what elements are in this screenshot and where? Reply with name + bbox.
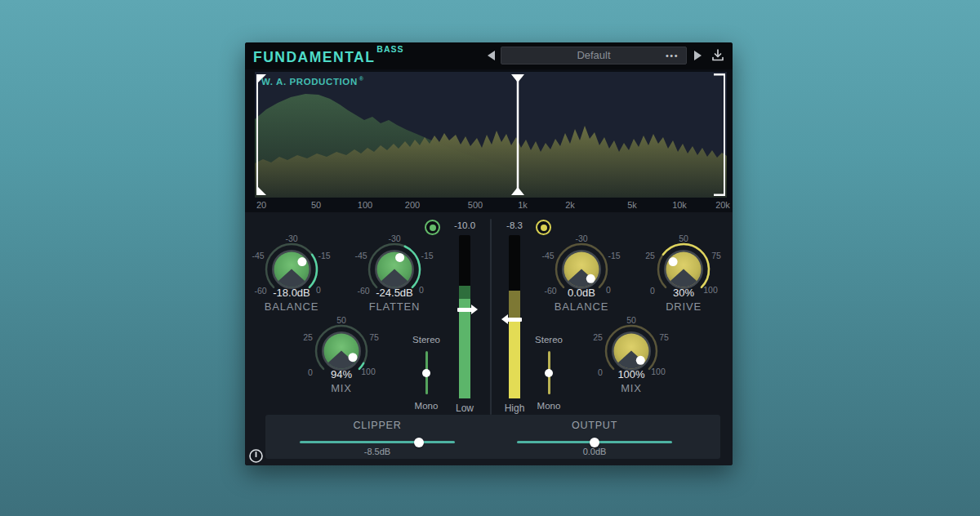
spectrum-display: W. A. PRODUCTION® bbox=[255, 72, 727, 198]
knob-indicator-dot bbox=[395, 253, 404, 262]
knob-indicator-dot bbox=[349, 353, 358, 362]
knob-scale-label: 50 bbox=[626, 315, 636, 325]
logo-text: FUNDAMENTAL bbox=[253, 49, 375, 66]
freq-tick-label: 200 bbox=[405, 200, 420, 210]
freq-tick-label: 1k bbox=[518, 200, 528, 210]
knob-scale-label: -60 bbox=[254, 286, 266, 296]
knob-scale-label: 75 bbox=[369, 332, 379, 342]
download-icon bbox=[710, 47, 726, 64]
knob-scale-label: 0 bbox=[598, 367, 603, 377]
freq-tick-label: 50 bbox=[311, 200, 321, 210]
mono-label: Mono bbox=[528, 401, 570, 411]
freq-tick-label: 20 bbox=[256, 200, 266, 210]
meter-fill-dim bbox=[509, 291, 520, 321]
output-control: OUTPUT 0.0dB bbox=[517, 418, 672, 456]
low-balance-knob[interactable]: -60-45-30-150-18.0dBBALANCE bbox=[245, 227, 342, 318]
knob-scale-label: 0 bbox=[308, 367, 313, 377]
high-level-fader[interactable] bbox=[507, 318, 522, 322]
high-level-meter[interactable]: -8.3 High bbox=[501, 220, 528, 416]
low-mix-knob[interactable]: 025507510094%MIX bbox=[291, 309, 392, 400]
low-stereo-width-slider[interactable]: Stereo Mono bbox=[413, 335, 439, 416]
knob-scale-label: -15 bbox=[608, 251, 620, 260]
knob-indicator-dot bbox=[669, 257, 678, 266]
meter-fill bbox=[509, 321, 520, 398]
left-arrow-icon bbox=[488, 51, 495, 60]
output-panel: CLIPPER -8.5dB OUTPUT 0.0dB bbox=[265, 415, 720, 459]
header-bar: FUNDAMENTAL BASS Default ••• bbox=[245, 42, 733, 69]
output-value: 0.0dB bbox=[517, 447, 672, 456]
spectrum-canvas bbox=[255, 72, 727, 198]
preset-next-button[interactable] bbox=[692, 49, 703, 62]
knob-scale-label: 100 bbox=[361, 367, 376, 376]
knob-value: -18.0dB bbox=[273, 287, 310, 299]
brand-text: W. A. PRODUCTION bbox=[261, 77, 358, 87]
knob-scale-label: 100 bbox=[703, 285, 718, 295]
high-mix-knob[interactable]: 0255075100100%MIX bbox=[581, 309, 682, 400]
knob-scale-label: 50 bbox=[336, 315, 346, 325]
knob-indicator-dot bbox=[586, 274, 595, 283]
width-slider-thumb[interactable] bbox=[422, 369, 430, 377]
fader-arrow-icon bbox=[471, 305, 478, 314]
output-label: OUTPUT bbox=[517, 420, 672, 431]
knob-scale-label: 75 bbox=[711, 251, 721, 260]
knob-scale-label: -45 bbox=[541, 251, 554, 260]
info-button[interactable] bbox=[248, 448, 264, 464]
band-divider bbox=[490, 219, 492, 415]
meter-fill-dim bbox=[459, 286, 470, 299]
high-balance-knob[interactable]: -60-45-30-1500.0dBBALANCE bbox=[531, 227, 632, 318]
knob-indicator-dot bbox=[636, 356, 645, 365]
clipper-slider[interactable] bbox=[300, 441, 455, 443]
low-level-fader[interactable] bbox=[457, 308, 472, 312]
save-preset-button[interactable] bbox=[710, 47, 726, 64]
low-flatten-knob[interactable]: -60-45-30-150-24.5dBFLATTEN bbox=[344, 227, 445, 318]
stereo-label: Stereo bbox=[528, 335, 570, 345]
high-stereo-width-slider[interactable]: Stereo Mono bbox=[536, 335, 562, 416]
freq-tick-label: 10k bbox=[672, 200, 687, 210]
knob-name-label: MIX bbox=[331, 382, 352, 394]
clipper-slider-thumb[interactable] bbox=[414, 438, 424, 447]
knob-scale-label: -30 bbox=[388, 234, 400, 243]
low-level-meter[interactable]: -10.0 Low bbox=[452, 220, 478, 416]
meter-readout: -8.3 bbox=[501, 220, 528, 230]
knob-indicator-dot bbox=[297, 257, 306, 266]
preset-selector[interactable]: Default ••• bbox=[501, 47, 687, 64]
fader-arrow-icon bbox=[501, 314, 508, 324]
plugin-logo: FUNDAMENTAL BASS bbox=[253, 44, 404, 66]
knob-scale-label: 25 bbox=[645, 251, 655, 260]
plugin-window: FUNDAMENTAL BASS Default ••• bbox=[245, 42, 733, 465]
knob-scale-label: 0 bbox=[606, 285, 611, 295]
meter-bar[interactable] bbox=[459, 235, 470, 398]
knob-value: -24.5dB bbox=[376, 287, 413, 299]
knob-scale-label: 25 bbox=[303, 332, 313, 342]
knob-scale-label: -45 bbox=[354, 251, 367, 260]
clipper-value: -8.5dB bbox=[300, 447, 455, 456]
knob-value: 100% bbox=[617, 368, 644, 380]
knob-name-label: MIX bbox=[621, 382, 642, 394]
knob-value: 0.0dB bbox=[568, 287, 595, 299]
knob-scale-label: 25 bbox=[593, 332, 603, 342]
logo-subtext: BASS bbox=[376, 44, 403, 54]
preset-menu-icon[interactable]: ••• bbox=[666, 47, 679, 64]
stereo-label: Stereo bbox=[405, 335, 448, 345]
knob-scale-label: 75 bbox=[659, 332, 669, 342]
clipper-label: CLIPPER bbox=[300, 420, 455, 431]
knob-scale-label: 50 bbox=[679, 234, 688, 243]
high-drive-knob[interactable]: 025507510030%DRIVE bbox=[633, 227, 733, 318]
band-label: Low bbox=[452, 403, 478, 414]
output-slider[interactable] bbox=[517, 441, 672, 443]
knob-scale-label: 0 bbox=[650, 286, 655, 296]
knob-scale-label: -15 bbox=[421, 251, 433, 260]
knob-value: 94% bbox=[331, 368, 352, 380]
output-slider-thumb[interactable] bbox=[590, 438, 599, 447]
knob-scale-label: -30 bbox=[575, 234, 587, 243]
freq-tick-label: 500 bbox=[468, 200, 483, 210]
meter-bar[interactable] bbox=[509, 235, 520, 398]
preset-prev-button[interactable] bbox=[485, 49, 497, 62]
knob-scale-label: -60 bbox=[544, 286, 556, 296]
knob-scale-label: -30 bbox=[285, 234, 297, 243]
width-slider-thumb[interactable] bbox=[545, 369, 553, 377]
mono-label: Mono bbox=[405, 401, 448, 411]
knob-scale-label: 0 bbox=[419, 285, 424, 295]
freq-tick-label: 20k bbox=[715, 200, 730, 210]
freq-tick-label: 2k bbox=[565, 200, 575, 210]
